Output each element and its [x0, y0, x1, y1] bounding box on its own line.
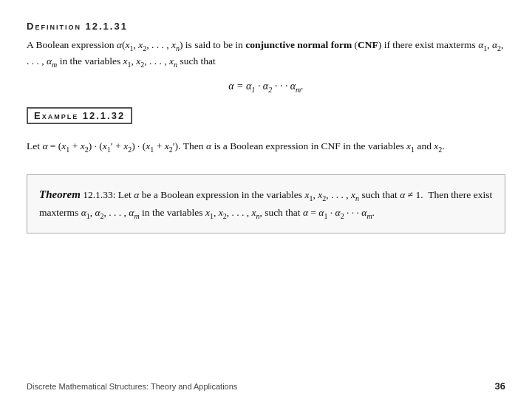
formula-block: α = α1 · α2 · · · αm. — [27, 81, 505, 94]
definition-body: A Boolean expression α(x1, x2, . . . , x… — [27, 38, 505, 70]
definition-heading: Definition 12.1.31 — [27, 21, 505, 32]
theorem-label: Theorem — [39, 188, 81, 200]
page-footer: Discrete Mathematical Structures: Theory… — [27, 381, 505, 392]
page-number: 36 — [495, 381, 505, 392]
footer-title: Discrete Mathematical Structures: Theory… — [27, 382, 237, 391]
theorem-box: Theorem 12.1.33: Let α be a Boolean expr… — [27, 174, 505, 233]
example-body: Let α = (x1 + x2) · (x1′ + x2) · (x1 + x… — [27, 139, 505, 155]
theorem-number: 12.1.33: — [83, 189, 118, 200]
example-section: Example 12.1.32 — [27, 107, 505, 132]
page-content: Definition 12.1.31 A Boolean expression … — [0, 0, 532, 248]
example-heading: Example 12.1.32 — [27, 107, 132, 124]
